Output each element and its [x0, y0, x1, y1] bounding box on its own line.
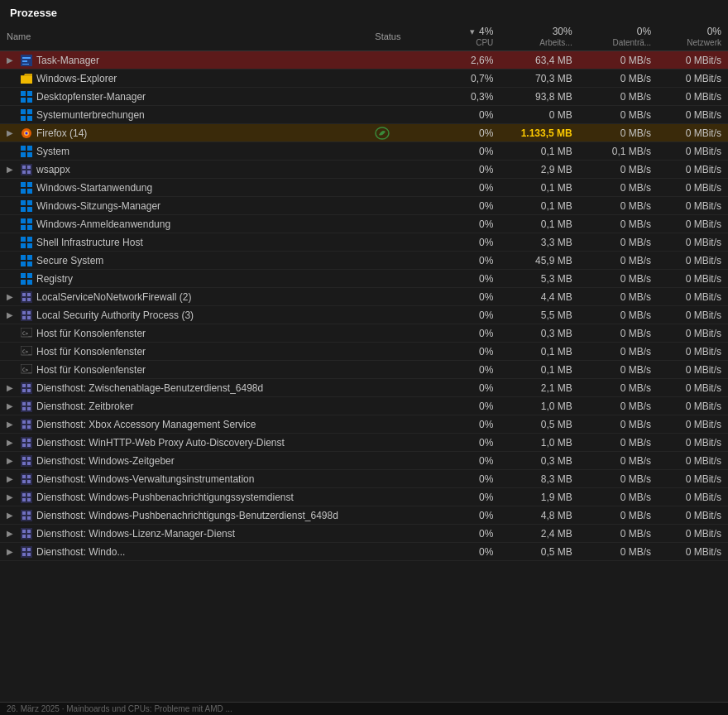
service-icon	[20, 545, 33, 559]
col-status[interactable]: Status	[368, 22, 438, 51]
table-row[interactable]: Systemunterbrechungen0%0 MB0 MB/s0 MBit/…	[0, 106, 728, 124]
process-disk-cell: 0 MB/s	[579, 324, 658, 343]
table-row[interactable]: ▶Diensthost: Windows-Zeitgeber0%0,3 MB0 …	[0, 452, 728, 470]
process-name-label: Windows-Anmeldeanwendung	[36, 218, 170, 230]
table-row[interactable]: Registry0%5,3 MB0 MB/s0 MBit/s	[0, 270, 728, 288]
table-row[interactable]: C>_Host für Konsolenfenster0%0,1 MB0 MB/…	[0, 361, 728, 379]
process-memory-cell: 70,3 MB	[500, 70, 578, 88]
svg-rect-51	[27, 293, 31, 296]
table-row[interactable]: ▶Diensthost: Zwischenablage-Benutzerdien…	[0, 379, 728, 397]
table-row[interactable]: ▶Diensthost: Zeitbroker0%1,0 MB0 MB/s0 M…	[0, 397, 728, 415]
svg-rect-58	[27, 316, 31, 319]
expand-arrow-icon[interactable]: ▶	[7, 420, 17, 429]
process-network-cell: 0 MBit/s	[658, 379, 728, 397]
table-row[interactable]: Shell Infrastructure Host0%3,3 MB0 MB/s0…	[0, 233, 728, 252]
process-memory-cell: 1.133,5 MB	[500, 124, 578, 142]
col-disk[interactable]: 0% Datenträ...	[579, 22, 658, 51]
process-network-cell: 0 MBit/s	[658, 288, 728, 306]
windows-icon	[20, 218, 33, 231]
process-cpu-cell: 0%	[438, 197, 500, 215]
expand-arrow-icon[interactable]: ▶	[7, 165, 17, 174]
process-status-cell	[368, 88, 438, 106]
process-network-cell: 0 MBit/s	[658, 488, 728, 506]
table-row[interactable]: Windows-Sitzungs-Manager0%0,1 MB0 MB/s0 …	[0, 197, 728, 215]
process-name-label: System	[36, 146, 69, 157]
process-memory-cell: 0 MB	[500, 106, 578, 124]
process-memory-cell: 2,9 MB	[500, 161, 578, 179]
process-name-cell: ▶Diensthost: WinHTTP-Web Proxy Auto-Disc…	[0, 434, 368, 452]
table-row[interactable]: ▶Task-Manager2,6%63,4 MB0 MB/s0 MBit/s	[0, 51, 728, 70]
service-icon	[20, 491, 33, 504]
process-status-cell	[368, 361, 438, 379]
table-row[interactable]: Secure System0%45,9 MB0 MB/s0 MBit/s	[0, 252, 728, 270]
svg-point-14	[26, 132, 28, 134]
col-memory[interactable]: 30% Arbeits...	[500, 22, 578, 51]
table-row[interactable]: ▶Diensthost: WinHTTP-Web Proxy Auto-Disc…	[0, 434, 728, 452]
table-row[interactable]: ▶Diensthost: Windo...0%0,5 MB0 MB/s0 MBi…	[0, 543, 728, 561]
process-status-cell	[368, 270, 438, 288]
table-row[interactable]: C>_Host für Konsolenfenster0%0,1 MB0 MB/…	[0, 343, 728, 361]
table-row[interactable]: System0%0,1 MB0,1 MB/s0 MBit/s	[0, 142, 728, 161]
expand-arrow-icon[interactable]: ▶	[7, 292, 17, 301]
windows-icon	[20, 181, 33, 194]
process-network-cell: 0 MBit/s	[658, 506, 728, 525]
expand-arrow-icon[interactable]: ▶	[7, 438, 17, 447]
process-name-cell: C>_Host für Konsolenfenster	[0, 324, 368, 343]
svg-rect-4	[21, 91, 26, 96]
table-row[interactable]: ▶Diensthost: Windows-Pushbenachrichtigun…	[0, 506, 728, 525]
svg-rect-34	[27, 218, 32, 223]
expand-arrow-icon[interactable]: ▶	[7, 474, 17, 483]
svg-rect-99	[27, 498, 31, 501]
table-row[interactable]: ▶Local Security Authority Process (3)0%5…	[0, 306, 728, 324]
process-memory-cell: 4,8 MB	[500, 506, 578, 525]
svg-rect-10	[21, 116, 26, 121]
expand-arrow-icon[interactable]: ▶	[7, 529, 17, 538]
table-row[interactable]: ▶Diensthost: Windows-Lizenz-Manager-Dien…	[0, 525, 728, 543]
expand-arrow-icon[interactable]: ▶	[7, 128, 17, 137]
table-row[interactable]: C>_Host für Konsolenfenster0%0,3 MB0 MB/…	[0, 324, 728, 343]
process-network-cell: 0 MBit/s	[658, 543, 728, 561]
process-disk-cell: 0 MB/s	[579, 415, 658, 434]
process-name-cell: Windows-Anmeldeanwendung	[0, 215, 368, 233]
svg-rect-111	[22, 548, 26, 551]
table-row[interactable]: Windows-Anmeldeanwendung0%0,1 MB0 MB/s0 …	[0, 215, 728, 233]
network-col-label: Netzwerk	[687, 38, 721, 47]
expand-arrow-icon[interactable]: ▶	[7, 511, 17, 520]
col-name[interactable]: Name	[0, 22, 368, 51]
expand-arrow-icon[interactable]: ▶	[7, 456, 17, 465]
process-memory-cell: 0,3 MB	[500, 452, 578, 470]
table-row[interactable]: ▶Diensthost: Windows-Verwaltungsinstrume…	[0, 470, 728, 488]
table-row[interactable]: ▶wsappx0%2,9 MB0 MB/s0 MBit/s	[0, 161, 728, 179]
process-status-cell	[368, 543, 438, 561]
console-icon: C>_	[20, 363, 33, 377]
svg-rect-28	[27, 189, 32, 194]
svg-rect-47	[21, 280, 26, 285]
table-row[interactable]: ▶Diensthost: Xbox Accessory Management S…	[0, 415, 728, 434]
expand-arrow-icon[interactable]: ▶	[7, 547, 17, 556]
expand-arrow-icon[interactable]: ▶	[7, 492, 17, 501]
process-name-label: LocalServiceNoNetworkFirewall (2)	[36, 291, 191, 303]
svg-rect-46	[27, 273, 32, 278]
expand-arrow-icon[interactable]: ▶	[7, 401, 17, 410]
table-row[interactable]: ▶LocalServiceNoNetworkFirewall (2)0%4,4 …	[0, 288, 728, 306]
table-row[interactable]: Windows-Explorer0,7%70,3 MB0 MB/s0 MBit/…	[0, 70, 728, 88]
process-disk-cell: 0 MB/s	[579, 470, 658, 488]
expand-arrow-icon[interactable]: ▶	[7, 383, 17, 392]
expand-arrow-icon[interactable]: ▶	[7, 310, 17, 319]
table-row[interactable]: ▶Firefox (14)0%1.133,5 MB0 MB/s0 MBit/s	[0, 124, 728, 142]
svg-rect-24	[27, 170, 31, 174]
process-disk-cell: 0 MB/s	[579, 70, 658, 88]
process-network-cell: 0 MBit/s	[658, 142, 728, 161]
col-cpu[interactable]: ▾ 4% CPU	[438, 22, 500, 51]
table-row[interactable]: Windows-Startanwendung0%0,1 MB0 MB/s0 MB…	[0, 179, 728, 197]
table-row[interactable]: ▶Diensthost: Windows-Pushbenachrichtigun…	[0, 488, 728, 506]
process-disk-cell: 0 MB/s	[579, 488, 658, 506]
process-memory-cell: 93,8 MB	[500, 88, 578, 106]
expand-arrow-icon[interactable]: ▶	[7, 55, 17, 65]
col-network[interactable]: 0% Netzwerk	[658, 22, 728, 51]
service-icon	[20, 290, 33, 304]
table-row[interactable]: Desktopfenster-Manager0,3%93,8 MB0 MB/s0…	[0, 88, 728, 106]
svg-rect-3	[22, 64, 29, 65]
service-icon	[20, 163, 33, 176]
process-name-cell: ▶Diensthost: Windows-Zeitgeber	[0, 452, 368, 470]
